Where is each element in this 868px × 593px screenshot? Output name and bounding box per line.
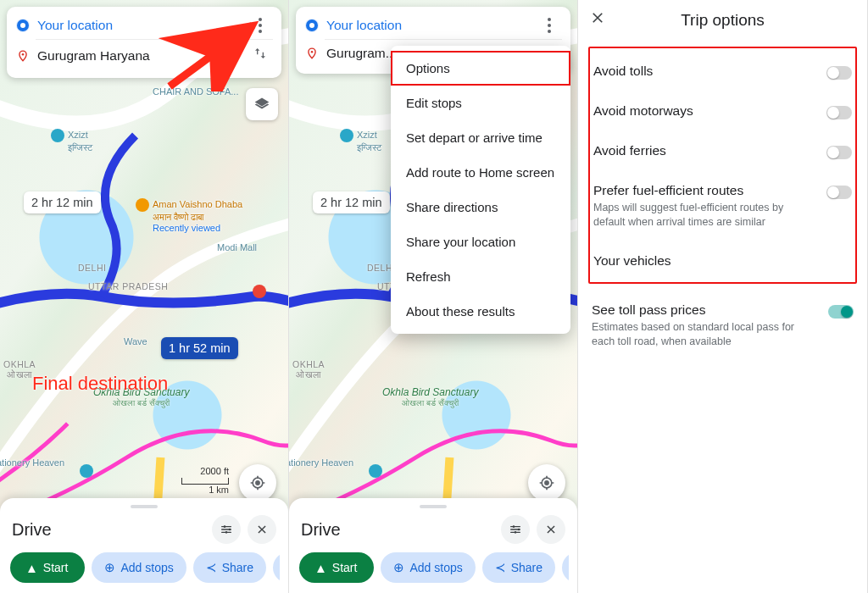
origin-row[interactable]: Your location	[15, 12, 273, 39]
map-scale: 2000 ft 1 km	[181, 466, 229, 495]
action-chip-row: ▲Start ⊕Add stops ≺Share	[298, 552, 569, 583]
screenshot-panel-2: Your location Gurugram... Options Edit s…	[289, 0, 578, 593]
origin-text: Your location	[326, 18, 530, 33]
add-stops-button[interactable]: ⊕Add stops	[92, 552, 186, 583]
toggle-avoid-ferries[interactable]	[826, 146, 852, 159]
poi-pin[interactable]	[80, 464, 97, 478]
share-icon: ≺	[206, 560, 217, 575]
svg-point-10	[513, 525, 515, 528]
poi-label[interactable]: Aman Vaishno Dhabaअमान वैष्णो ढाबाRecent…	[136, 198, 242, 233]
district-label: OKHLAओखला	[292, 359, 325, 380]
page-title: Trip options	[590, 11, 855, 30]
destination-pin-icon	[17, 50, 29, 62]
district-label: DELHI	[78, 263, 106, 273]
svg-point-9	[545, 481, 548, 485]
option-avoid-tolls[interactable]: Avoid tolls	[592, 52, 854, 91]
recenter-button[interactable]	[239, 464, 276, 502]
add-stop-icon: ⊕	[104, 560, 115, 575]
menu-item-share-location[interactable]: Share your location	[391, 224, 570, 259]
add-stops-button[interactable]: ⊕Add stops	[381, 552, 475, 583]
overflow-menu: Options Edit stops Set depart or arrive …	[391, 46, 570, 334]
poi-label: CHAIR AND SOFA...	[153, 86, 238, 97]
sheet-title: Drive	[12, 520, 205, 540]
swap-icon[interactable]	[249, 46, 271, 65]
menu-item-options[interactable]: Options	[391, 51, 570, 86]
save-button[interactable]	[273, 552, 280, 583]
sheet-title: Drive	[301, 520, 494, 540]
start-button[interactable]: ▲Start	[299, 552, 374, 583]
share-button[interactable]: ≺Share	[193, 552, 266, 583]
poi-label[interactable]: Xziztइग्जिस्ट	[340, 129, 381, 153]
menu-item-set-depart[interactable]: Set depart or arrive time	[391, 120, 570, 155]
trip-options-header: Trip options	[578, 0, 867, 38]
bottom-sheet[interactable]: Drive ▲Start ⊕Add stops ≺Share	[0, 498, 288, 593]
svg-point-12	[515, 531, 517, 534]
option-avoid-motorways[interactable]: Avoid motorways	[592, 91, 854, 131]
park-label: Okhla Bird Sanctuaryओखला बर्ड सैंक्चुरी	[382, 386, 478, 408]
action-chip-row: ▲Start ⊕Add stops ≺Share	[8, 552, 280, 583]
menu-item-refresh[interactable]: Refresh	[391, 259, 570, 294]
svg-point-11	[518, 529, 520, 531]
svg-point-4	[224, 525, 226, 528]
option-fuel-efficient[interactable]: Prefer fuel-efficient routes Maps will s…	[592, 171, 854, 241]
destination-row[interactable]: Gurugram Haryana	[15, 40, 273, 71]
svg-point-6	[225, 531, 228, 534]
recenter-button[interactable]	[528, 464, 565, 502]
route-options-button[interactable]	[501, 515, 530, 544]
origin-row[interactable]: Your location	[304, 12, 562, 39]
close-sheet-button[interactable]	[537, 515, 565, 544]
poi-label: ationery Heaven	[0, 457, 64, 468]
add-stop-icon: ⊕	[393, 560, 404, 575]
svg-point-5	[229, 529, 231, 531]
navigate-icon: ▲	[25, 561, 38, 575]
poi-pin[interactable]	[253, 285, 270, 298]
route-time-alt[interactable]: 2 hr 12 min	[24, 191, 101, 213]
more-options-button[interactable]	[538, 18, 560, 33]
origin-dot-icon	[306, 19, 318, 31]
poi-label: ationery Heaven	[289, 457, 353, 468]
start-button[interactable]: ▲Start	[10, 552, 85, 583]
close-sheet-button[interactable]	[248, 515, 276, 544]
screenshot-panel-1: Your location Gurugram Haryana CHAIR AND…	[0, 0, 289, 593]
bottom-sheet[interactable]: Drive ▲Start ⊕Add stops ≺Share	[289, 498, 577, 593]
annotation-text: Final destination	[32, 373, 168, 395]
screenshot-panel-3: Trip options Avoid tolls Avoid motorways…	[578, 0, 868, 593]
sheet-handle-icon[interactable]	[131, 505, 158, 508]
svg-point-3	[256, 481, 259, 485]
svg-point-0	[22, 53, 25, 55]
toggle-avoid-motorways[interactable]	[826, 106, 852, 119]
origin-dot-icon	[17, 19, 29, 31]
save-button[interactable]	[562, 552, 569, 583]
menu-item-edit-stops[interactable]: Edit stops	[391, 86, 570, 120]
toggle-avoid-tolls[interactable]	[826, 66, 852, 80]
district-label: OKHLAओखला	[3, 359, 36, 380]
poi-label: Wave	[124, 336, 147, 346]
route-time-alt[interactable]: 2 hr 12 min	[313, 191, 390, 213]
poi-label[interactable]: Xziztइग्जिस्ट	[51, 129, 92, 153]
option-your-vehicles[interactable]: Your vehicles	[592, 241, 854, 280]
layers-button[interactable]	[246, 88, 278, 120]
route-time-selected[interactable]: 1 hr 52 min	[161, 337, 238, 359]
menu-item-about-results[interactable]: About these results	[391, 294, 570, 329]
svg-point-7	[311, 51, 314, 53]
directions-card: Your location Gurugram Haryana	[7, 7, 281, 78]
route-options-button[interactable]	[212, 515, 241, 544]
share-button[interactable]: ≺Share	[482, 552, 555, 583]
poi-label: Modi Mall	[217, 242, 257, 252]
sheet-handle-icon[interactable]	[420, 505, 447, 508]
share-icon: ≺	[495, 560, 506, 575]
option-avoid-ferries[interactable]: Avoid ferries	[592, 131, 854, 171]
toggle-fuel-efficient[interactable]	[826, 186, 852, 199]
origin-text: Your location	[37, 18, 241, 33]
menu-item-add-route-home[interactable]: Add route to Home screen	[391, 155, 570, 190]
toggle-toll-pass-prices[interactable]	[828, 305, 854, 319]
destination-pin-icon	[306, 47, 318, 59]
menu-item-share-directions[interactable]: Share directions	[391, 190, 570, 224]
district-label: UTTAR PRADESH	[88, 281, 168, 291]
navigate-icon: ▲	[314, 561, 327, 575]
annotation-highlight-box: Avoid tolls Avoid motorways Avoid ferrie…	[588, 47, 857, 284]
destination-text: Gurugram Haryana	[37, 48, 241, 64]
poi-pin[interactable]	[369, 464, 386, 478]
more-options-button[interactable]	[249, 18, 271, 33]
option-toll-pass-prices[interactable]: See toll pass prices Estimates based on …	[590, 291, 855, 361]
